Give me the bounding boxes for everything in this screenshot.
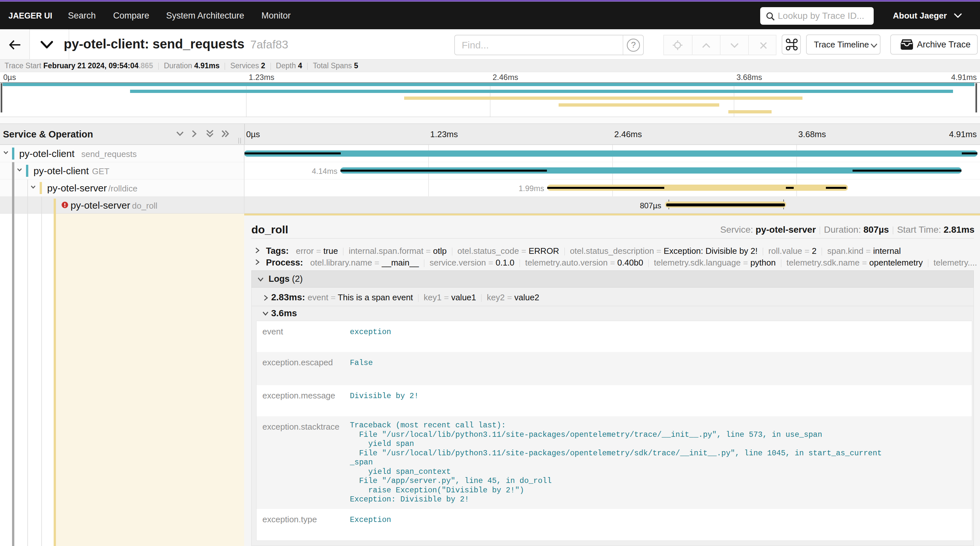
- svg-text:?: ?: [631, 40, 636, 50]
